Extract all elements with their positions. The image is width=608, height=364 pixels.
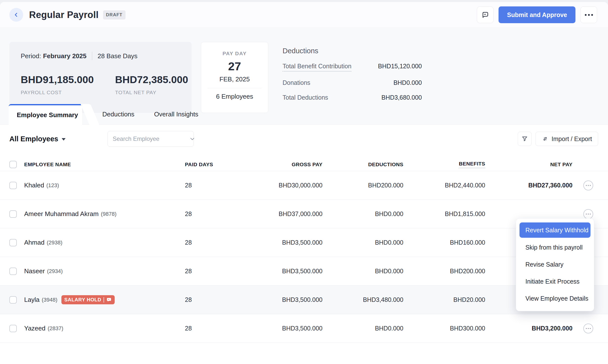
menu-item-revert-salary-withhold[interactable]: Revert Salary Withhold bbox=[519, 222, 590, 238]
base-days: 28 Base Days bbox=[98, 52, 138, 60]
payroll-cost-value: BHD91,185.000 bbox=[21, 74, 94, 86]
gross-pay: BHD3,500.000 bbox=[229, 296, 322, 303]
salary-hold-badge[interactable]: SALARY HOLD bbox=[61, 295, 115, 304]
paid-days: 28 bbox=[182, 268, 229, 275]
payroll-cost-label: PAYROLL COST bbox=[21, 90, 94, 95]
row-actions-button[interactable] bbox=[583, 181, 593, 190]
submit-and-approve-button[interactable]: Submit and Approve bbox=[499, 6, 575, 23]
table-row: Yazeed (2837) 28 BHD3,500.000 BHD0.000 B… bbox=[0, 314, 608, 343]
employee-id: (2938) bbox=[47, 239, 62, 246]
employee-filter-dropdown[interactable]: All Employees bbox=[9, 135, 66, 143]
benefits: BHD200.000 bbox=[403, 268, 485, 275]
row-actions-button[interactable] bbox=[583, 209, 593, 219]
period-card: Period: February 2025 28 Base Days BHD91… bbox=[9, 42, 192, 113]
ellipsis-icon bbox=[585, 14, 593, 16]
employee-filter-label: All Employees bbox=[9, 135, 58, 143]
gross-pay: BHD3,500.000 bbox=[229, 239, 322, 246]
paid-days: 28 bbox=[182, 210, 229, 218]
gross-pay: BHD37,000.000 bbox=[229, 210, 322, 218]
period-label: Period: bbox=[21, 52, 41, 60]
benefits: BHD1,815.000 bbox=[403, 210, 485, 218]
table-toolbar: All Employees bbox=[9, 131, 598, 147]
total-deductions-label: Total Deductions bbox=[283, 94, 328, 101]
row-actions-button[interactable] bbox=[583, 324, 593, 333]
row-checkbox[interactable] bbox=[9, 239, 17, 246]
employee-name[interactable]: Khaled bbox=[24, 182, 44, 189]
page-header: Regular Payroll DRAFT Submit and Approve bbox=[0, 2, 608, 28]
paid-days: 28 bbox=[182, 325, 229, 332]
deductions: BHD200.000 bbox=[322, 182, 403, 189]
import-export-button[interactable]: Import / Export bbox=[536, 132, 598, 146]
employee-id: (2837) bbox=[48, 325, 63, 332]
import-export-label: Import / Export bbox=[552, 135, 592, 143]
total-deductions-value: BHD3,680.000 bbox=[381, 94, 422, 101]
import-export-icon bbox=[542, 135, 549, 142]
comments-button[interactable] bbox=[477, 6, 494, 23]
employee-id: (3948) bbox=[42, 297, 57, 303]
row-checkbox[interactable] bbox=[9, 182, 17, 189]
net-pay: BHD27,360.000 bbox=[485, 182, 572, 189]
menu-item-initiate-exit-process[interactable]: Initiate Exit Process bbox=[519, 273, 590, 290]
search-input[interactable] bbox=[113, 135, 189, 142]
tab-employee-summary[interactable]: Employee Summary bbox=[9, 104, 82, 125]
employee-name[interactable]: Yazeed bbox=[24, 325, 45, 332]
payday-card: PAY DAY 27 FEB, 2025 6 Employees bbox=[201, 42, 268, 113]
tab-label: Employee Summary bbox=[17, 111, 78, 119]
table-row: Khaled (123) 28 BHD30,000.000 BHD200.000… bbox=[0, 171, 608, 200]
filter-funnel-icon bbox=[521, 135, 528, 142]
row-checkbox[interactable] bbox=[9, 268, 17, 275]
column-gross-pay: GROSS PAY bbox=[229, 162, 322, 167]
employee-name[interactable]: Ameer Muhammad Akram bbox=[24, 210, 99, 218]
payday-day: 27 bbox=[201, 59, 268, 73]
employee-search-combobox[interactable] bbox=[107, 131, 194, 147]
table-header-row: EMPLOYEE NAME PAID DAYS GROSS PAY DEDUCT… bbox=[0, 158, 608, 171]
back-button[interactable] bbox=[9, 8, 23, 22]
more-options-button[interactable] bbox=[580, 6, 597, 23]
menu-item-skip-from-payroll[interactable]: Skip from this payroll bbox=[519, 239, 590, 256]
dropdown-caret-icon bbox=[62, 138, 66, 141]
deductions: BHD0.000 bbox=[322, 210, 403, 218]
divider bbox=[92, 52, 92, 60]
payroll-page: Regular Payroll DRAFT Submit and Approve bbox=[0, 2, 608, 364]
payday-employee-count: 6 Employees bbox=[201, 93, 268, 100]
filter-button[interactable] bbox=[518, 132, 532, 146]
total-benefit-contribution-label[interactable]: Total Benefit Contribution bbox=[283, 63, 351, 72]
tab-deductions[interactable]: Deductions bbox=[102, 104, 135, 125]
benefits: BHD300.000 bbox=[403, 325, 485, 332]
row-checkbox[interactable] bbox=[9, 325, 17, 332]
tab-overall-insights[interactable]: Overall Insights bbox=[154, 104, 199, 125]
row-checkbox[interactable] bbox=[9, 210, 17, 218]
select-all-checkbox[interactable] bbox=[9, 161, 17, 168]
total-benefit-contribution-value: BHD15,120.000 bbox=[378, 63, 422, 70]
page-title: Regular Payroll bbox=[29, 10, 99, 20]
paid-days: 28 bbox=[182, 239, 229, 246]
column-employee-name: EMPLOYEE NAME bbox=[24, 162, 182, 167]
deductions-summary: Deductions Total Benefit Contribution BH… bbox=[283, 42, 422, 101]
row-checkbox[interactable] bbox=[9, 296, 17, 304]
benefits: BHD20.000 bbox=[403, 296, 485, 303]
deductions: BHD0.000 bbox=[322, 268, 403, 275]
menu-item-view-employee-details[interactable]: View Employee Details bbox=[519, 290, 590, 307]
row-actions-menu: Revert Salary Withhold Skip from this pa… bbox=[516, 218, 594, 311]
column-benefits[interactable]: BENEFITS bbox=[403, 161, 485, 168]
payday-monthyear: FEB, 2025 bbox=[201, 75, 268, 83]
column-deductions: DEDUCTIONS bbox=[322, 162, 403, 167]
deductions: BHD0.000 bbox=[322, 239, 403, 246]
tab-label: Overall Insights bbox=[154, 110, 198, 118]
tab-label: Deductions bbox=[102, 110, 134, 118]
divider bbox=[208, 88, 262, 88]
gross-pay: BHD30,000.000 bbox=[229, 182, 322, 189]
employee-id: (123) bbox=[46, 182, 59, 189]
column-net-pay: NET PAY bbox=[485, 162, 572, 167]
chevron-down-icon bbox=[189, 136, 196, 142]
net-pay: BHD3,200.000 bbox=[485, 325, 572, 332]
payday-label: PAY DAY bbox=[201, 51, 268, 56]
total-net-pay-value: BHD72,385.000 bbox=[115, 74, 188, 86]
employee-name[interactable]: Naseer bbox=[24, 267, 45, 275]
comment-icon bbox=[481, 11, 489, 19]
tab-bar: Employee Summary Deductions Overall Insi… bbox=[9, 104, 608, 125]
paid-days: 28 bbox=[182, 182, 229, 189]
employee-name[interactable]: Ahmad bbox=[24, 239, 44, 246]
employee-name[interactable]: Layla bbox=[24, 296, 39, 304]
menu-item-revise-salary[interactable]: Revise Salary bbox=[519, 256, 590, 273]
